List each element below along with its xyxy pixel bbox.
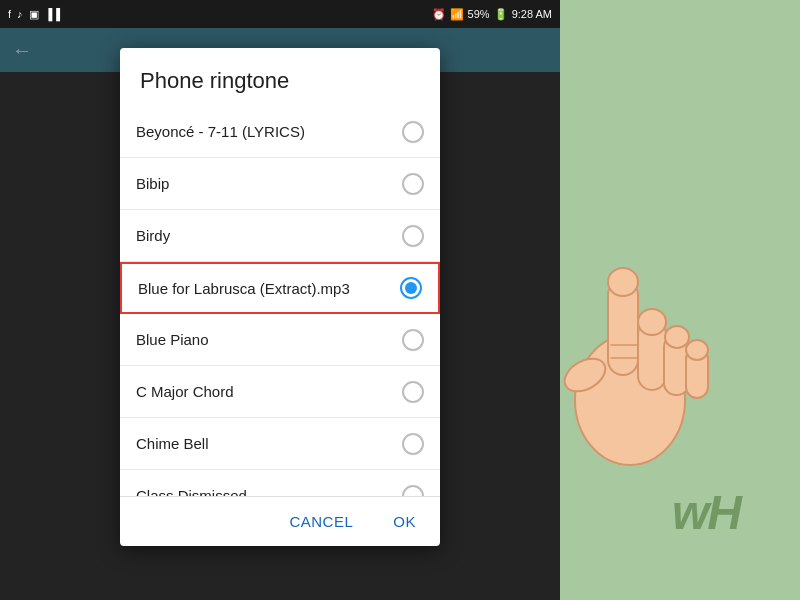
item-label: Blue for Labrusca (Extract).mp3 — [138, 280, 400, 297]
list-item[interactable]: Blue Piano — [120, 314, 440, 366]
radio-button-active[interactable] — [400, 277, 422, 299]
battery-percent: 59% — [468, 8, 490, 20]
cancel-button[interactable]: Cancel — [273, 505, 369, 538]
dialog-title: Phone ringtone — [120, 48, 440, 106]
music-icon: ♪ — [17, 8, 23, 20]
item-label: Blue Piano — [136, 331, 402, 348]
radio-button[interactable] — [402, 329, 424, 351]
alarm-icon: ⏰ — [432, 8, 446, 21]
ringtone-list[interactable]: Beyoncé - 7-11 (LYRICS) Bibip Birdy Blue… — [120, 106, 440, 496]
status-bar-right: ⏰ 📶 59% 🔋 9:28 AM — [432, 8, 552, 21]
status-bar-left: f ♪ ▣ ▐▐ — [8, 8, 60, 21]
item-label: Bibip — [136, 175, 402, 192]
radio-button[interactable] — [402, 225, 424, 247]
photo-icon: ▣ — [29, 8, 39, 21]
list-item[interactable]: Birdy — [120, 210, 440, 262]
radio-button[interactable] — [402, 485, 424, 497]
wifi-icon: 📶 — [450, 8, 464, 21]
dialog-overlay: Phone ringtone Beyoncé - 7-11 (LYRICS) B… — [0, 28, 560, 600]
radio-button[interactable] — [402, 173, 424, 195]
radio-button[interactable] — [402, 381, 424, 403]
item-label: Chime Bell — [136, 435, 402, 452]
battery-icon: 🔋 — [494, 8, 508, 21]
radio-button[interactable] — [402, 121, 424, 143]
time-display: 9:28 AM — [512, 8, 552, 20]
list-item[interactable]: Chime Bell — [120, 418, 440, 470]
status-bar: f ♪ ▣ ▐▐ ⏰ 📶 59% 🔋 9:28 AM — [0, 0, 560, 28]
item-label: C Major Chord — [136, 383, 402, 400]
item-label: Class Dismissed — [136, 487, 402, 496]
list-item[interactable]: Bibip — [120, 158, 440, 210]
list-item-selected[interactable]: Blue for Labrusca (Extract).mp3 — [120, 262, 440, 314]
watermark: wH — [672, 485, 740, 540]
dialog-actions: Cancel OK — [120, 496, 440, 546]
list-item[interactable]: Beyoncé - 7-11 (LYRICS) — [120, 106, 440, 158]
bars-icon: ▐▐ — [45, 8, 61, 20]
fb-icon: f — [8, 8, 11, 20]
ringtone-dialog: Phone ringtone Beyoncé - 7-11 (LYRICS) B… — [120, 48, 440, 546]
radio-button[interactable] — [402, 433, 424, 455]
list-item[interactable]: Class Dismissed — [120, 470, 440, 496]
ok-button[interactable]: OK — [377, 505, 432, 538]
phone-frame: f ♪ ▣ ▐▐ ⏰ 📶 59% 🔋 9:28 AM ← Phone ringt… — [0, 0, 560, 600]
item-label: Beyoncé - 7-11 (LYRICS) — [136, 123, 402, 140]
item-label: Birdy — [136, 227, 402, 244]
list-item[interactable]: C Major Chord — [120, 366, 440, 418]
